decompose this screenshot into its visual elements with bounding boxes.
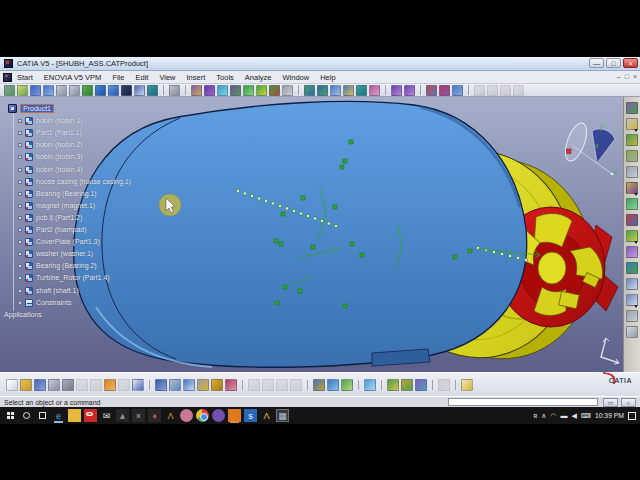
child-close-button[interactable]: × bbox=[633, 73, 637, 81]
restore-button[interactable]: □ bbox=[606, 58, 621, 68]
design-table-icon[interactable] bbox=[183, 379, 195, 391]
tree-item-bobin-1[interactable]: bobin (bobin.1) bbox=[18, 115, 83, 126]
new-component-icon[interactable] bbox=[191, 85, 202, 96]
start-button[interactable] bbox=[4, 409, 17, 422]
lock-icon[interactable] bbox=[211, 379, 223, 391]
fix-component-icon[interactable] bbox=[282, 85, 293, 96]
close-button[interactable]: × bbox=[623, 58, 638, 68]
tree-node-expander[interactable] bbox=[18, 289, 22, 293]
tree-node-expander[interactable] bbox=[18, 204, 22, 208]
tree-item-house-casing[interactable]: house casing (house casing.1) bbox=[18, 176, 131, 187]
smart-move-alt-icon[interactable] bbox=[404, 85, 415, 96]
disabled-tool-icon-1[interactable] bbox=[474, 85, 485, 96]
tree-node-expander[interactable] bbox=[18, 252, 22, 256]
dark-app-icon-2[interactable]: ♦ bbox=[148, 409, 161, 422]
menu-item-tools[interactable]: Tools bbox=[216, 73, 234, 82]
magnifier-ring-icon[interactable] bbox=[169, 85, 180, 96]
skype-app-icon[interactable]: s bbox=[244, 409, 257, 422]
tree-node-expander[interactable] bbox=[18, 131, 22, 135]
close-app-icon[interactable]: × bbox=[132, 409, 145, 422]
window-doc-icon[interactable] bbox=[626, 278, 638, 290]
save-icon[interactable] bbox=[34, 379, 46, 391]
graph-analysis-icon[interactable] bbox=[626, 150, 638, 162]
network-icon[interactable]: ◠ bbox=[550, 412, 556, 420]
shuttle-icon[interactable] bbox=[626, 230, 638, 242]
measure-between-icon[interactable] bbox=[626, 118, 638, 130]
catia-window-icon[interactable]: ▦ bbox=[276, 409, 289, 422]
menu-item-edit[interactable]: Edit bbox=[135, 73, 148, 82]
assembly-feature-icon[interactable] bbox=[230, 85, 241, 96]
child-minimize-button[interactable]: – bbox=[617, 73, 621, 81]
tree-item-constraints[interactable]: Constraints bbox=[18, 297, 71, 308]
dark-app-icon-1[interactable]: ▲ bbox=[116, 409, 129, 422]
apply-material-icon[interactable] bbox=[626, 134, 638, 146]
grid-icon[interactable] bbox=[626, 310, 638, 322]
tree-node-expander[interactable] bbox=[18, 228, 22, 232]
measure-inertia-icon[interactable] bbox=[341, 379, 353, 391]
disabled-edit-icon-4[interactable] bbox=[290, 379, 302, 391]
open-icon[interactable] bbox=[20, 379, 32, 391]
mail-icon[interactable]: ✉ bbox=[100, 409, 113, 422]
tree-node-expander[interactable] bbox=[18, 276, 22, 280]
tree-node-expander[interactable] bbox=[18, 240, 22, 244]
multi-view-icon[interactable] bbox=[95, 85, 106, 96]
action-center-icon[interactable] bbox=[628, 412, 636, 420]
disabled-tool-icon-2[interactable] bbox=[487, 85, 498, 96]
tree-item-bobin-3[interactable]: bobin (bobin.3) bbox=[18, 151, 83, 162]
tree-node-expander[interactable] bbox=[18, 180, 22, 184]
menu-item-window[interactable]: Window bbox=[283, 73, 310, 82]
select-arrow-icon[interactable] bbox=[461, 379, 473, 391]
smart-move-icon[interactable] bbox=[626, 182, 638, 194]
autocad-alt-icon[interactable]: Λ bbox=[260, 409, 273, 422]
print-icon[interactable] bbox=[48, 379, 60, 391]
tree-item-coverplate[interactable]: CoverPlate (Part1.3) bbox=[18, 236, 100, 247]
new-document-icon[interactable] bbox=[6, 379, 18, 391]
iso-view-icon[interactable] bbox=[108, 85, 119, 96]
compass-privileged-plane-dot[interactable] bbox=[567, 149, 572, 154]
measure-item-icon[interactable] bbox=[327, 379, 339, 391]
tree-item-bearing-1[interactable]: Bearing (Bearing.1) bbox=[18, 188, 97, 199]
window-doc-alt-icon[interactable] bbox=[626, 294, 638, 306]
eraser-icon[interactable] bbox=[364, 379, 376, 391]
menu-item-file[interactable]: File bbox=[112, 73, 124, 82]
hidden-line-view-icon[interactable] bbox=[134, 85, 145, 96]
replace-component-icon[interactable] bbox=[317, 85, 328, 96]
tree-item-part1[interactable]: Part1 (Part1.1) bbox=[18, 127, 82, 138]
hidden-icons-chevron[interactable]: ∧ bbox=[541, 412, 546, 420]
normal-view-icon[interactable] bbox=[82, 85, 93, 96]
paste-icon[interactable] bbox=[90, 379, 102, 391]
annotate-icon[interactable] bbox=[626, 326, 638, 338]
orange-app-icon[interactable] bbox=[228, 409, 241, 422]
zoom-in-icon[interactable] bbox=[56, 85, 67, 96]
menu-item-analyze[interactable]: Analyze bbox=[245, 73, 272, 82]
offset-constraint-icon[interactable] bbox=[269, 85, 280, 96]
measure-between-icon[interactable] bbox=[313, 379, 325, 391]
tree-item-product1[interactable]: Product1 bbox=[8, 103, 54, 114]
menu-item-view[interactable]: View bbox=[159, 73, 175, 82]
brain-app-icon[interactable] bbox=[180, 409, 193, 422]
view-compass[interactable]: y x z bbox=[561, 120, 618, 175]
disabled-edit-icon-1[interactable] bbox=[248, 379, 260, 391]
snap-icon[interactable] bbox=[626, 166, 638, 178]
redo-icon[interactable] bbox=[118, 379, 130, 391]
minimize-button[interactable]: — bbox=[589, 58, 604, 68]
wireframe-view-icon[interactable] bbox=[147, 85, 158, 96]
tree-item-part2-foampad[interactable]: Part2 (foampad) bbox=[18, 224, 87, 235]
disabled-tool-icon-4[interactable] bbox=[513, 85, 524, 96]
tree-node-expander[interactable] bbox=[18, 119, 22, 123]
child-restore-button[interactable]: □ bbox=[625, 73, 629, 81]
menu-item-enovia-v5-vpm[interactable]: ENOVIA V5 VPM bbox=[44, 73, 102, 82]
tree-node-expander[interactable] bbox=[18, 301, 22, 305]
copy-icon[interactable] bbox=[76, 379, 88, 391]
cortana-search-button[interactable] bbox=[20, 409, 33, 422]
render-style-icon[interactable] bbox=[415, 379, 427, 391]
viewport-3d[interactable]: y x z Prod bbox=[0, 97, 640, 372]
save-management-icon[interactable] bbox=[452, 85, 463, 96]
tree-item-shaft[interactable]: shaft (shaft.1) bbox=[18, 285, 79, 296]
contact-constraint-icon[interactable] bbox=[256, 85, 267, 96]
tree-item-bobin-2[interactable]: bobin (bobin.2) bbox=[18, 139, 83, 150]
people-icon[interactable]: ʀ bbox=[533, 412, 537, 420]
coincidence-constraint-icon[interactable] bbox=[243, 85, 254, 96]
tree-node-expander[interactable] bbox=[18, 143, 22, 147]
tree-item-bearing-2[interactable]: Bearing (Bearing.2) bbox=[18, 260, 97, 271]
